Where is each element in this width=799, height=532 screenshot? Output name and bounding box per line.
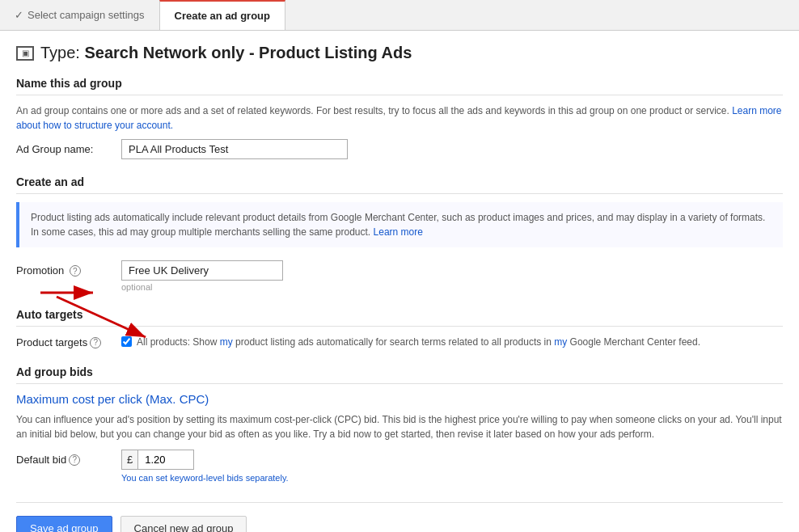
product-targets-help-icon[interactable]: ? bbox=[90, 337, 101, 348]
bids-description: You can influence your ad's position by … bbox=[16, 412, 783, 441]
all-products-checkbox[interactable] bbox=[121, 336, 132, 347]
name-section-description: An ad group contains one or more ads and… bbox=[16, 103, 783, 133]
default-bid-row: Default bid ? £ bbox=[16, 450, 783, 470]
promotion-optional-label: optional bbox=[121, 282, 783, 292]
tab-create-ad-group-label: Create an ad group bbox=[175, 10, 270, 22]
product-targets-row: Product targets ? All products: Show my … bbox=[16, 335, 783, 349]
create-ad-section: Create an ad Product listing ads automat… bbox=[16, 175, 783, 292]
main-content: ▣ Type: Search Network only - Product Li… bbox=[0, 31, 799, 532]
top-navigation: ✓ Select campaign settings Create an ad … bbox=[0, 0, 799, 31]
keyword-hint: You can set keyword-level bids separatel… bbox=[121, 473, 783, 483]
page-title-section: ▣ Type: Search Network only - Product Li… bbox=[16, 44, 783, 62]
learn-more-listing-ads-link[interactable]: Learn more bbox=[374, 226, 423, 238]
create-ad-info-box: Product listing ads automatically includ… bbox=[16, 202, 783, 247]
ad-group-name-row: Ad Group name: bbox=[16, 139, 783, 159]
default-bid-input[interactable] bbox=[137, 450, 194, 470]
ad-group-name-input[interactable] bbox=[121, 139, 348, 159]
create-ad-header: Create an ad bbox=[16, 175, 783, 194]
product-targets-label: Product targets ? bbox=[16, 335, 121, 348]
default-bid-label: Default bid ? bbox=[16, 454, 121, 466]
promotion-label: Promotion ? bbox=[16, 264, 121, 277]
name-section-header: Name this ad group bbox=[16, 77, 783, 95]
ad-group-name-label: Ad Group name: bbox=[16, 143, 121, 155]
tab-select-campaign[interactable]: ✓ Select campaign settings bbox=[0, 0, 159, 30]
promotion-input[interactable] bbox=[121, 260, 283, 281]
auto-targets-section: Auto targets Product targets ? All produ… bbox=[16, 308, 783, 349]
cancel-new-ad-group-button[interactable]: Cancel new ad group bbox=[120, 516, 247, 532]
max-cpc-title[interactable]: Maximum cost per click (Max. CPC) bbox=[16, 392, 783, 406]
default-bid-help-icon[interactable]: ? bbox=[69, 454, 80, 466]
name-section: Name this ad group An ad group contains … bbox=[16, 77, 783, 159]
bids-section: Ad group bids Maximum cost per click (Ma… bbox=[16, 365, 783, 483]
bottom-buttons: Save ad group Cancel new ad group bbox=[16, 502, 783, 532]
bids-header: Ad group bids bbox=[16, 365, 783, 384]
tab-create-ad-group[interactable]: Create an ad group bbox=[159, 0, 285, 30]
save-ad-group-button[interactable]: Save ad group bbox=[16, 516, 112, 532]
check-icon: ✓ bbox=[15, 9, 23, 21]
tab-select-campaign-label: Select campaign settings bbox=[27, 9, 145, 21]
page-title: Type: Search Network only - Product List… bbox=[40, 44, 412, 62]
all-products-checkbox-label: All products: Show my product listing ad… bbox=[137, 335, 700, 349]
promotion-container: Promotion ? optional bbox=[16, 260, 783, 292]
currency-symbol: £ bbox=[121, 450, 137, 470]
auto-targets-header: Auto targets bbox=[16, 308, 783, 327]
arrows-wrapper: Promotion ? optional bbox=[16, 260, 783, 292]
promotion-row: Promotion ? bbox=[16, 260, 783, 281]
type-icon: ▣ bbox=[16, 46, 34, 61]
promotion-help-icon[interactable]: ? bbox=[70, 265, 81, 277]
